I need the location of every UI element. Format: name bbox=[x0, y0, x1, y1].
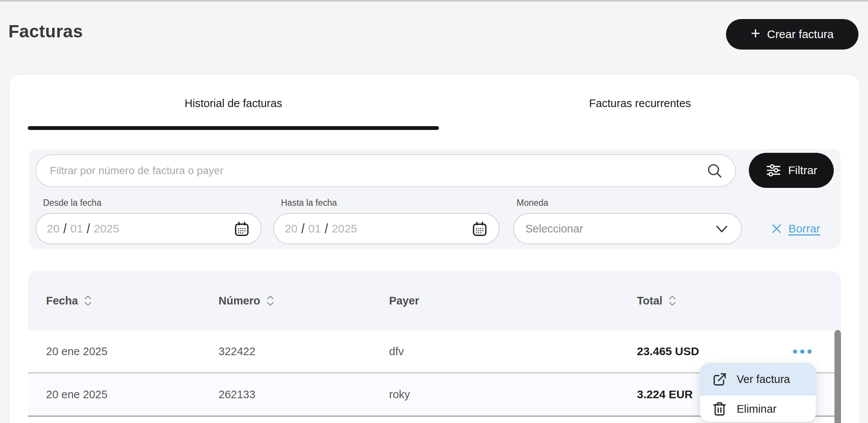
menu-item-label: Eliminar bbox=[737, 403, 777, 415]
trash-icon bbox=[712, 401, 728, 417]
from-month: 01 bbox=[70, 222, 83, 235]
menu-item-label: Ver factura bbox=[737, 373, 790, 386]
dot bbox=[807, 349, 812, 354]
date-separator: / bbox=[325, 221, 328, 236]
tab-invoice-history[interactable]: Historial de facturas bbox=[28, 75, 439, 132]
cell-payer: roky bbox=[371, 388, 619, 401]
active-tab-underline bbox=[28, 126, 439, 130]
sort-icon bbox=[84, 295, 92, 307]
dot bbox=[800, 349, 804, 354]
search-field-wrap bbox=[35, 154, 736, 187]
filter-button[interactable]: Filtrar bbox=[749, 153, 834, 188]
to-month: 01 bbox=[308, 222, 321, 235]
date-separator: / bbox=[87, 221, 90, 236]
filter-button-label: Filtrar bbox=[788, 164, 817, 177]
cell-fecha: 20 ene 2025 bbox=[28, 345, 200, 358]
calendar-icon[interactable] bbox=[233, 221, 250, 237]
column-header-fecha[interactable]: Fecha bbox=[28, 295, 200, 307]
sliders-icon bbox=[765, 162, 782, 179]
cell-fecha: 20 ene 2025 bbox=[28, 388, 200, 401]
column-label: Payer bbox=[389, 295, 419, 307]
chevron-down-icon bbox=[715, 224, 728, 234]
cell-payer: dfv bbox=[371, 345, 619, 358]
currency-label: Moneda bbox=[517, 198, 548, 208]
column-label: Fecha bbox=[46, 295, 78, 307]
close-icon bbox=[771, 223, 782, 234]
sort-icon bbox=[669, 295, 676, 307]
to-date-label: Hasta la fecha bbox=[281, 198, 337, 208]
page-title: Facturas bbox=[8, 21, 83, 42]
row-actions-menu: Ver factura Eliminar bbox=[700, 363, 816, 422]
top-divider bbox=[0, 0, 868, 2]
tab-bar: Historial de facturas Facturas recurrent… bbox=[10, 75, 859, 132]
from-date-value: 20 / 01 / 2025 bbox=[36, 222, 119, 235]
create-invoice-button[interactable]: + Crear factura bbox=[726, 19, 858, 50]
search-icon[interactable] bbox=[706, 162, 723, 179]
clear-filters-link[interactable]: Borrar bbox=[771, 213, 820, 244]
column-label: Total bbox=[637, 295, 662, 307]
to-date-input[interactable]: 20 / 01 / 2025 bbox=[273, 213, 499, 244]
external-link-icon bbox=[712, 372, 728, 388]
tab-recurring-invoices[interactable]: Facturas recurrentes bbox=[439, 75, 841, 132]
vertical-scrollbar[interactable] bbox=[834, 330, 841, 423]
sort-icon bbox=[266, 295, 274, 307]
currency-select[interactable]: Seleccionar bbox=[513, 213, 742, 244]
search-input[interactable] bbox=[35, 154, 736, 187]
date-separator: / bbox=[63, 221, 66, 236]
table-header-row: Fecha Número Payer Total bbox=[28, 271, 841, 330]
from-day: 20 bbox=[47, 222, 59, 235]
plus-icon: + bbox=[751, 26, 760, 42]
currency-placeholder: Seleccionar bbox=[514, 223, 583, 235]
column-label: Número bbox=[219, 295, 260, 307]
to-day: 20 bbox=[285, 222, 297, 235]
dot bbox=[793, 349, 797, 354]
to-year: 2025 bbox=[332, 222, 357, 235]
create-invoice-label: Crear factura bbox=[767, 28, 834, 41]
clear-filters-label: Borrar bbox=[788, 222, 820, 235]
from-date-label: Desde la fecha bbox=[43, 198, 101, 208]
date-separator: / bbox=[301, 221, 304, 236]
cell-numero: 262133 bbox=[200, 388, 371, 401]
column-header-total[interactable]: Total bbox=[619, 295, 841, 307]
menu-item-view-invoice[interactable]: Ver factura bbox=[700, 363, 816, 396]
menu-item-delete[interactable]: Eliminar bbox=[700, 396, 816, 422]
tab-recurring-invoices-label: Facturas recurrentes bbox=[589, 97, 691, 110]
from-date-input[interactable]: 20 / 01 / 2025 bbox=[35, 213, 262, 244]
column-header-payer: Payer bbox=[371, 295, 619, 307]
to-date-value: 20 / 01 / 2025 bbox=[274, 222, 357, 235]
calendar-icon[interactable] bbox=[471, 221, 488, 237]
from-year: 2025 bbox=[94, 222, 119, 235]
filter-panel: Filtrar Desde la fecha Hasta la fecha Mo… bbox=[29, 149, 841, 249]
column-header-numero[interactable]: Número bbox=[200, 295, 371, 307]
tab-invoice-history-label: Historial de facturas bbox=[185, 97, 282, 110]
cell-numero: 322422 bbox=[200, 345, 371, 358]
